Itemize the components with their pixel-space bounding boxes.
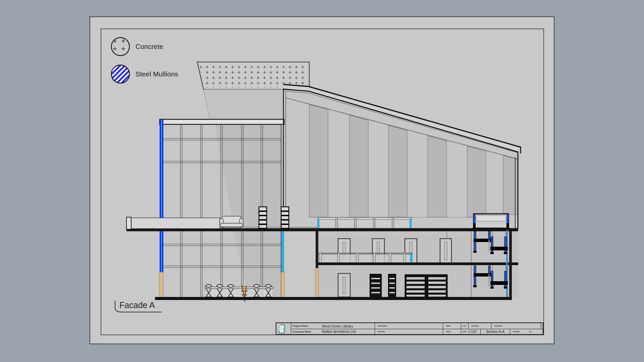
empty-cell xyxy=(510,329,544,334)
placeholder-dash xyxy=(513,331,520,332)
view-name-value: Section A-A xyxy=(486,329,504,334)
empty-cell xyxy=(443,323,461,329)
view-title-text: Facade A xyxy=(119,300,155,310)
legend-label: Concrete xyxy=(136,43,163,51)
placeholder-dash xyxy=(463,331,467,332)
placeholder-dash xyxy=(463,325,466,326)
view-title: Facade A xyxy=(119,300,155,310)
empty-cell xyxy=(375,329,443,334)
company-name-label: Company Name xyxy=(291,330,312,333)
highlighted-steel-mullion-left xyxy=(159,120,163,298)
slatted-shelving-unit xyxy=(427,275,447,298)
highlighted-mullion-cyan xyxy=(281,231,284,298)
door xyxy=(440,239,451,263)
company-logo-icon xyxy=(277,323,290,334)
placeholder-dash xyxy=(446,331,450,332)
corridor-balustrade xyxy=(319,253,413,263)
railing-post-cyan xyxy=(410,219,412,228)
empty-cell xyxy=(443,329,461,334)
empty-cell xyxy=(375,323,443,329)
scale-value: 1:120 xyxy=(467,330,477,334)
empty-cell xyxy=(491,323,541,329)
company-name-value-cell: Bolten Architects Ltd xyxy=(319,329,375,334)
title-block: Project Name West Union Library Company … xyxy=(276,322,543,335)
reading-hall xyxy=(286,91,518,228)
project-name-value-cell: West Union Library xyxy=(319,323,375,329)
placeholder-dash xyxy=(542,325,544,326)
empty-cell xyxy=(461,323,468,329)
legend-item-concrete: Concrete xyxy=(111,37,178,56)
slab-end-cap xyxy=(126,217,131,229)
scale-cell: 1:120 xyxy=(461,329,480,334)
empty-cell xyxy=(468,323,491,329)
bookshelf-tower xyxy=(259,207,267,228)
logo-cell xyxy=(276,323,291,334)
ground-slab xyxy=(155,297,512,300)
balustrade-post-cyan xyxy=(410,253,413,263)
view-name-cell: Section A-A xyxy=(480,329,510,334)
placeholder-dash xyxy=(529,331,532,332)
block-left-wall xyxy=(316,231,318,268)
concrete-stipple-icon xyxy=(111,37,130,56)
company-name-value: Bolten Architects Ltd xyxy=(319,329,356,334)
project-name-label-cell: Project Name xyxy=(291,323,319,329)
project-name-label: Project Name xyxy=(291,324,309,327)
blue-hatch-icon xyxy=(111,64,130,84)
rooftop-glazed-box xyxy=(473,214,509,230)
placeholder-dash xyxy=(471,325,479,326)
placeholder-dash xyxy=(378,325,387,326)
bookshelf-tower xyxy=(388,274,396,298)
placeholder-dash xyxy=(378,331,385,332)
legend-label: Steel Mullions xyxy=(136,70,178,78)
timber-column xyxy=(315,268,319,298)
railing-post-cyan xyxy=(317,219,319,228)
section-drawing xyxy=(0,0,644,362)
door xyxy=(338,274,350,297)
material-legend: Concrete Steel Mullions xyxy=(111,37,178,92)
bench xyxy=(127,218,220,229)
block-right-wall xyxy=(509,231,512,298)
bookshelf-tower xyxy=(370,274,381,298)
placeholder-dash xyxy=(446,325,450,326)
bookshelf-tower xyxy=(281,207,289,228)
legend-item-steel-mullions: Steel Mullions xyxy=(111,64,178,84)
screenshot-stage: Concrete Steel Mullions Facade A xyxy=(0,0,644,362)
company-name-label-cell: Company Name xyxy=(291,329,319,334)
placeholder-dash xyxy=(494,325,502,326)
hall-mezzanine-railing xyxy=(317,218,412,228)
curtain-wall-block xyxy=(159,88,284,298)
level2-floor-slab xyxy=(316,262,518,265)
empty-cell xyxy=(541,323,544,329)
project-name-value: West Union Library xyxy=(319,324,353,328)
slatted-shelving-unit xyxy=(405,275,426,298)
